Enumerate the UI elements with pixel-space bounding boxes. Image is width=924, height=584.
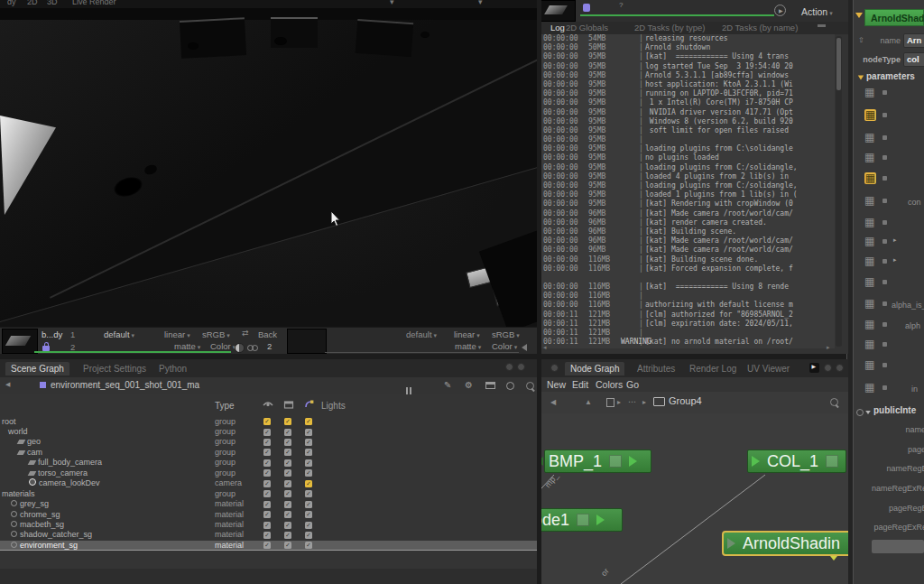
- scene-graph-row[interactable]: camgroup✓✓✓: [0, 448, 537, 458]
- type-column-header[interactable]: Type: [215, 401, 235, 411]
- pane-minimize-button[interactable]: [505, 363, 513, 371]
- log-tab-2d-tasks-by-name-[interactable]: 2D Tasks (by name): [722, 23, 798, 32]
- tab-node-graph[interactable]: Node Graph: [565, 362, 624, 375]
- param-expander-icon[interactable]: ▸: [893, 256, 897, 264]
- visibility-checkbox[interactable]: ✓: [305, 501, 312, 508]
- log-tab-2d-globals[interactable]: 2D Globals: [566, 23, 608, 32]
- log-tab-2d-tasks-by-type-[interactable]: 2D Tasks (by type): [634, 23, 706, 32]
- param-state-badge[interactable]: [882, 342, 887, 347]
- scene-graph-item[interactable]: cam: [18, 448, 42, 458]
- param-state-badge[interactable]: [882, 322, 887, 327]
- param-grid-icon[interactable]: ▦: [864, 195, 876, 207]
- front-buffer-thumbnail[interactable]: [2, 329, 38, 354]
- visibility-checkbox[interactable]: ✓: [284, 490, 291, 497]
- param-state-badge[interactable]: [882, 113, 887, 117]
- scene-graph-item[interactable]: world: [8, 427, 28, 437]
- pause-icon[interactable]: [406, 382, 413, 398]
- scene-graph-item[interactable]: full_body_camera: [29, 458, 102, 468]
- parameters-group-label[interactable]: parameters: [866, 71, 915, 81]
- param-state-badge[interactable]: [882, 135, 887, 140]
- tab-python[interactable]: Python: [153, 362, 192, 375]
- node-arnoldshadin[interactable]: ArnoldShadin: [722, 531, 848, 556]
- back-buffer-thumbnail[interactable]: [287, 329, 327, 354]
- nav-up-icon[interactable]: ▲: [585, 398, 592, 406]
- tab-uv-viewer[interactable]: UV Viewer: [742, 362, 795, 375]
- param-grid-icon[interactable]: ▦: [864, 217, 876, 228]
- param-state-badge[interactable]: [882, 176, 887, 181]
- visibility-checkbox[interactable]: ✓: [263, 532, 271, 539]
- visibility-checkbox[interactable]: ✓: [263, 480, 271, 487]
- param-grid-icon[interactable]: ▦: [864, 132, 876, 144]
- visibility-checkbox[interactable]: ✓: [284, 429, 291, 436]
- output-port-tick[interactable]: [830, 556, 837, 561]
- node-send-arrow[interactable]: [752, 456, 760, 467]
- visibility-checkbox[interactable]: ✓: [263, 429, 271, 436]
- param-expander-icon[interactable]: ▸: [893, 236, 897, 244]
- tab-scene-graph[interactable]: Scene Graph: [5, 362, 69, 375]
- scene-graph-row[interactable]: grey_sgmaterial✓✓✓: [0, 499, 537, 509]
- tab-attributes[interactable]: Attributes: [632, 362, 680, 375]
- param-grid-icon[interactable]: ▦: [864, 338, 876, 350]
- public-interface-triangle-icon[interactable]: [865, 411, 871, 414]
- nav-fwd-icon[interactable]: ▸: [617, 398, 621, 406]
- timeline-marker[interactable]: [583, 4, 590, 12]
- timeline-progress[interactable]: [580, 14, 774, 16]
- tab-render-log[interactable]: Render Log: [684, 362, 742, 375]
- front-buffer-name[interactable]: b...dy: [42, 329, 62, 339]
- scene-graph-item[interactable]: torso_camera: [29, 468, 88, 478]
- input-port-arrow[interactable]: [541, 457, 543, 466]
- node-send-arrow[interactable]: [629, 456, 637, 467]
- node-send-arrow[interactable]: [596, 514, 605, 525]
- scene-graph-row[interactable]: chrome_sgmaterial✓✓✓: [0, 510, 537, 520]
- visibility-checkbox[interactable]: ✓: [305, 449, 312, 456]
- menu-colors[interactable]: Colors: [596, 379, 623, 390]
- visibility-checkbox[interactable]: ✓: [305, 459, 312, 467]
- parameters-triangle-icon[interactable]: [858, 76, 864, 80]
- visibility-checkbox[interactable]: ✓: [263, 501, 271, 508]
- visibility-checkbox[interactable]: ✓: [284, 532, 291, 539]
- visibility-checkbox[interactable]: ✓: [284, 542, 291, 549]
- tab-scroll-button[interactable]: ▶: [809, 363, 819, 373]
- play-button[interactable]: ▶: [774, 5, 786, 16]
- visibility-checkbox[interactable]: ✓: [263, 449, 271, 456]
- display-dropdown-right[interactable]: sRGB: [492, 329, 520, 339]
- public-interface-field[interactable]: [872, 540, 924, 553]
- node-col_1[interactable]: COL_1: [747, 450, 846, 473]
- visibility-checkbox[interactable]: ✓: [263, 418, 271, 425]
- colorspace-dropdown-right[interactable]: linear: [454, 329, 480, 339]
- param-state-badge[interactable]: [882, 363, 887, 367]
- visibility-checkbox[interactable]: ✓: [263, 542, 271, 549]
- param-state-badge[interactable]: [882, 301, 887, 306]
- scene-graph-row[interactable]: camera_lookDevcamera✓✓✓: [0, 478, 537, 488]
- visibility-checkbox[interactable]: ✓: [284, 511, 291, 518]
- param-state-badge[interactable]: [882, 155, 887, 160]
- nav-back-icon[interactable]: ◀: [550, 398, 556, 406]
- scene-graph-row[interactable]: rootgroup✓✓✓: [0, 417, 537, 427]
- settings-icon[interactable]: ⚙: [465, 380, 473, 390]
- visibility-checkbox[interactable]: ✓: [305, 542, 312, 549]
- breadcrumb[interactable]: Group4: [669, 395, 702, 406]
- visibility-checkbox[interactable]: ✓: [305, 469, 312, 477]
- nav-fwd2-icon[interactable]: ▸: [642, 398, 646, 406]
- scene-graph-row[interactable]: torso_cameragroup✓✓✓: [0, 468, 537, 478]
- scene-graph-row[interactable]: geogroup✓✓✓: [0, 437, 537, 447]
- display-dropdown-left[interactable]: sRGB: [202, 329, 230, 339]
- node-node1[interactable]: node1: [541, 508, 623, 532]
- search-icon[interactable]: [830, 398, 838, 406]
- scene-graph-row[interactable]: full_body_cameragroup✓✓✓: [0, 458, 537, 468]
- visibility-checkbox[interactable]: ✓: [305, 418, 312, 425]
- lights-toggle-icon[interactable]: [506, 382, 514, 390]
- scene-graph-item[interactable]: chrome_sg: [11, 510, 60, 520]
- visibility-checkbox[interactable]: ✓: [284, 522, 291, 529]
- node-bmp_1[interactable]: BMP_1: [544, 450, 651, 473]
- scene-graph-item[interactable]: materials: [2, 489, 35, 499]
- enabled-param-icon[interactable]: ▦: [864, 109, 876, 121]
- param-state-badge[interactable]: [882, 199, 887, 203]
- scene-graph-item[interactable]: root: [2, 417, 16, 427]
- log-tab-log[interactable]: Log: [550, 23, 565, 32]
- visibility-checkbox[interactable]: ✓: [305, 490, 312, 497]
- scene-graph-item[interactable]: macbeth_sg: [11, 520, 64, 530]
- view-dropdown-left[interactable]: default: [104, 329, 134, 339]
- param-state-badge[interactable]: [882, 90, 887, 95]
- state-pin-icon[interactable]: ⇧: [858, 36, 864, 44]
